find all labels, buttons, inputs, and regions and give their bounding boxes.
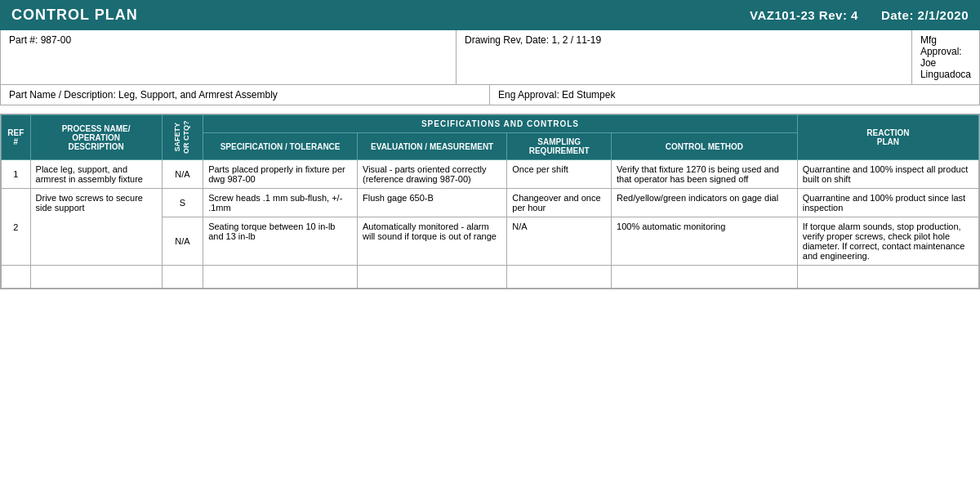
spec-cell-2b: Seating torque between 10 in-lb and 13 i… xyxy=(203,217,358,266)
empty-sampling xyxy=(507,266,612,289)
sampling-cell-2a: Changeover and once per hour xyxy=(507,189,612,217)
sampling-cell-2b: N/A xyxy=(507,217,612,266)
reaction-cell-2b: If torque alarm sounds, stop production,… xyxy=(797,217,978,266)
doc-id: VAZ101-23 Rev: 4 xyxy=(750,8,858,22)
spec-header: SPECIFICATION / TOLERANCE xyxy=(203,133,358,160)
control-plan-table-wrapper: REF # PROCESS NAME/OPERATIONDESCRIPTION … xyxy=(0,114,980,289)
control-header: CONTROL METHOD xyxy=(612,133,798,160)
ref-cell-2: 2 xyxy=(2,189,31,266)
ref-cell-1: 1 xyxy=(2,160,31,189)
control-plan-table: REF # PROCESS NAME/OPERATIONDESCRIPTION … xyxy=(1,114,979,289)
reaction-cell-2a: Quarrantine and 100% product since last … xyxy=(797,189,978,217)
control-cell-1: Verify that fixture 1270 is being used a… xyxy=(612,160,798,189)
specs-controls-header: SPECIFICATIONS AND CONTROLS xyxy=(203,115,798,133)
control-cell-2b: 100% automatic monitoring xyxy=(612,217,798,266)
table-row: 2 Drive two screws to secure side suppor… xyxy=(2,189,979,217)
table-row: 1 Place leg, support, and armrest in ass… xyxy=(2,160,979,189)
empty-spec xyxy=(203,266,358,289)
eval-cell-2a: Flush gage 650-B xyxy=(358,189,507,217)
eval-header: EVALUATION / MEASUREMENT xyxy=(358,133,507,160)
safety-cell-1: N/A xyxy=(162,160,203,189)
reaction-cell-1: Quarrantine and 100% inspect all product… xyxy=(797,160,978,189)
eval-cell-2b: Automatically monitored - alarm will sou… xyxy=(358,217,507,266)
safety-header: SAFETYOR CTQ? xyxy=(162,115,203,160)
empty-safety xyxy=(162,266,203,289)
empty-control xyxy=(612,266,798,289)
part-name-cell: Part Name / Description: Leg, Support, a… xyxy=(1,85,490,105)
empty-reaction xyxy=(797,266,978,289)
reaction-header: REACTIONPLAN xyxy=(797,115,978,160)
eval-cell-1: Visual - parts oriented correctly (refer… xyxy=(358,160,507,189)
ref-header: REF # xyxy=(2,115,31,160)
empty-ref xyxy=(2,266,31,289)
sampling-cell-1: Once per shift xyxy=(507,160,612,189)
info-row-1: Part #: 987-00 Drawing Rev, Date: 1, 2 /… xyxy=(1,30,979,85)
control-cell-2a: Red/yellow/green indicators on gage dial xyxy=(612,189,798,217)
process-cell-1: Place leg, support, and armrest in assem… xyxy=(30,160,162,189)
process-header: PROCESS NAME/OPERATIONDESCRIPTION xyxy=(30,115,162,160)
info-section: Part #: 987-00 Drawing Rev, Date: 1, 2 /… xyxy=(0,30,980,105)
safety-cell-2a: S xyxy=(162,189,203,217)
safety-cell-2b: N/A xyxy=(162,217,203,266)
process-cell-2: Drive two screws to secure side support xyxy=(30,189,162,266)
header-row-1: REF # PROCESS NAME/OPERATIONDESCRIPTION … xyxy=(2,115,979,133)
header-doc-info: VAZ101-23 Rev: 4 Date: 2/1/2020 xyxy=(750,8,969,22)
spec-cell-2a: Screw heads .1 mm sub-flush, +/- .1mm xyxy=(203,189,358,217)
control-plan-title: CONTROL PLAN xyxy=(11,7,138,24)
spec-cell-1: Parts placed properly in fixture per dwg… xyxy=(203,160,358,189)
eng-approval-cell: Eng Approval: Ed Stumpek xyxy=(490,85,979,105)
empty-process xyxy=(30,266,162,289)
info-row-2: Part Name / Description: Leg, Support, a… xyxy=(1,85,979,105)
drawing-rev-cell: Drawing Rev, Date: 1, 2 / 11-19 xyxy=(457,30,912,84)
safety-header-text: SAFETYOR CTQ? xyxy=(174,121,192,154)
header: CONTROL PLAN VAZ101-23 Rev: 4 Date: 2/1/… xyxy=(0,0,980,30)
sampling-header: SAMPLING REQUIREMENT xyxy=(507,133,612,160)
empty-eval xyxy=(358,266,507,289)
mfg-approval-cell: Mfg Approval: Joe Linguadoca xyxy=(912,30,979,84)
table-row-empty xyxy=(2,266,979,289)
part-number-cell: Part #: 987-00 xyxy=(1,30,457,84)
doc-date: Date: 2/1/2020 xyxy=(881,8,969,22)
page: CONTROL PLAN VAZ101-23 Rev: 4 Date: 2/1/… xyxy=(0,0,980,289)
